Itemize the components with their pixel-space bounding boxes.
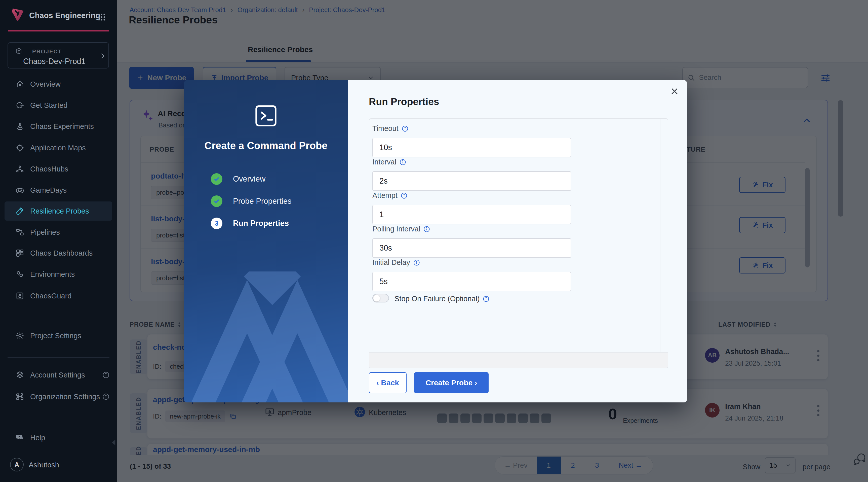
chevron-right-icon	[99, 52, 106, 59]
app-title: Chaos Engineering	[29, 11, 100, 20]
sidebar-item-label: ChaosHubs	[30, 165, 68, 173]
brand-accent-line	[8, 30, 109, 31]
info-icon[interactable]	[402, 125, 409, 132]
sidebar-item-project-settings[interactable]: Project Settings	[4, 326, 112, 345]
sidebar-collapse-icon[interactable]	[111, 439, 116, 446]
sidebar-item-chaos-dashboards[interactable]: Chaos Dashboards	[4, 244, 112, 263]
sidebar-item-label: Application Maps	[30, 144, 86, 152]
sidebar-item-resilience-probes[interactable]: Resilience Probes	[4, 201, 112, 221]
sidebar-item-label: Pipelines	[30, 228, 60, 236]
sidebar-item-application-maps[interactable]: Application Maps	[4, 138, 112, 158]
sidebar-divider	[7, 316, 110, 316]
layers-icon	[16, 371, 24, 379]
sidebar-item-gamedays[interactable]: GameDays	[4, 180, 112, 200]
sidebar-item-chaoshubs[interactable]: ChaosHubs	[4, 160, 112, 178]
interval-input[interactable]	[372, 171, 571, 191]
pipeline-icon	[16, 228, 24, 236]
step-label: Overview	[233, 174, 266, 183]
step-number-icon: 3	[211, 218, 222, 229]
sidebar-item-pipelines[interactable]: Pipelines	[4, 223, 112, 242]
nodes-icon	[16, 165, 24, 173]
crosshair-icon	[16, 144, 24, 152]
stop-on-failure-toggle[interactable]	[372, 294, 389, 303]
module-grid-icon[interactable]	[97, 12, 106, 22]
sidebar-item-label: Resilience Probes	[30, 207, 89, 215]
wizard-title: Create a Command Probe	[184, 140, 348, 151]
gamepad-icon	[16, 186, 24, 194]
wizard-step-run-properties[interactable]: 3 Run Properties	[211, 218, 289, 229]
project-name: Chaos-Dev-Prod1	[23, 57, 86, 66]
sidebar-item-organization-settings[interactable]: Organization Settings	[4, 387, 112, 406]
info-icon[interactable]	[413, 259, 420, 266]
cube-icon	[15, 47, 23, 55]
gear-icon	[16, 332, 24, 340]
step-label: Run Properties	[233, 219, 289, 228]
sidebar-item-label: Environments	[30, 270, 75, 279]
wizard-step-probe-properties[interactable]: Probe Properties	[211, 195, 291, 207]
step-label: Probe Properties	[233, 197, 291, 206]
sidebar-item-overview[interactable]: Overview	[4, 75, 112, 94]
create-command-probe-modal: Create a Command Probe Overview Probe Pr…	[184, 80, 687, 402]
sidebar-item-chaos-experiments[interactable]: Chaos Experiments	[4, 117, 112, 136]
sidebar-item-chaosguard[interactable]: ChaosGuard	[4, 286, 112, 306]
step-done-icon	[211, 173, 222, 185]
create-probe-button[interactable]: Create Probe ›	[414, 372, 489, 393]
info-icon[interactable]	[483, 295, 490, 303]
timeout-input[interactable]	[372, 138, 571, 158]
project-selector[interactable]: PROJECT Chaos-Dev-Prod1	[7, 42, 109, 68]
wizard-step-overview[interactable]: Overview	[211, 173, 266, 185]
interval-label: Interval	[372, 158, 406, 166]
sidebar-item-help[interactable]: ? Help	[4, 428, 112, 447]
sidebar-item-label: Chaos Experiments	[30, 122, 94, 131]
sidebar-item-label: Organization Settings	[30, 393, 100, 401]
svg-text:?: ?	[18, 435, 20, 439]
stop-on-failure-label: Stop On Failure (Optional)	[395, 295, 490, 303]
project-label: PROJECT	[32, 48, 62, 55]
sidebar-item-label: Account Settings	[30, 371, 85, 379]
attempt-label: Attempt	[372, 191, 408, 200]
sidebar-item-label: Overview	[30, 80, 61, 88]
sidebar: Chaos Engineering PROJECT Chaos-Dev-Prod…	[0, 0, 117, 482]
form-scroll-gutter[interactable]	[660, 119, 667, 352]
attempt-input[interactable]	[372, 205, 571, 224]
close-icon[interactable]: ×	[671, 85, 678, 98]
user-name[interactable]: Ashutosh	[29, 461, 59, 469]
sidebar-item-get-started[interactable]: Get Started	[4, 96, 112, 115]
dashboard-grid-icon	[16, 249, 24, 257]
sidebar-item-label: Chaos Dashboards	[30, 249, 93, 257]
wizard-pane: Create a Command Probe Overview Probe Pr…	[184, 80, 348, 402]
user-initial: A	[14, 461, 19, 469]
flask-icon	[16, 122, 24, 131]
sidebar-item-environments[interactable]: Environments	[4, 265, 112, 284]
home-icon	[16, 80, 24, 88]
timeout-label: Timeout	[372, 124, 409, 133]
sidebar-item-label: ChaosGuard	[30, 292, 71, 300]
info-icon[interactable]	[423, 226, 430, 233]
sidebar-item-label: GameDays	[30, 186, 67, 194]
create-probe-label: Create Probe ›	[426, 378, 477, 387]
get-started-icon	[16, 101, 24, 110]
info-icon	[102, 371, 110, 379]
harness-watermark	[184, 272, 348, 402]
info-icon[interactable]	[399, 159, 406, 166]
back-label: ‹ Back	[376, 378, 399, 387]
run-properties-title: Run Properties	[369, 96, 439, 107]
polling-interval-input[interactable]	[372, 238, 571, 258]
initial-delay-label: Initial Delay	[372, 258, 420, 267]
sidebar-item-label: Project Settings	[30, 332, 81, 340]
harness-logo-icon[interactable]	[9, 6, 25, 22]
sidebar-item-label: Help	[30, 434, 45, 442]
sidebar-item-account-settings[interactable]: Account Settings	[4, 365, 112, 385]
info-icon	[102, 393, 110, 400]
info-icon[interactable]	[401, 192, 408, 199]
back-button[interactable]: ‹ Back	[369, 372, 407, 393]
user-avatar[interactable]: A	[10, 458, 24, 472]
test-tube-icon	[16, 207, 24, 215]
initial-delay-input[interactable]	[372, 272, 571, 291]
step-done-icon	[211, 195, 222, 207]
help-chat-icon: ?	[16, 433, 24, 442]
sidebar-divider	[7, 357, 110, 358]
hexagons-icon	[16, 270, 24, 279]
run-properties-form: Timeout Interval Attempt Polling Interva…	[369, 118, 668, 368]
org-chart-icon	[16, 392, 24, 401]
